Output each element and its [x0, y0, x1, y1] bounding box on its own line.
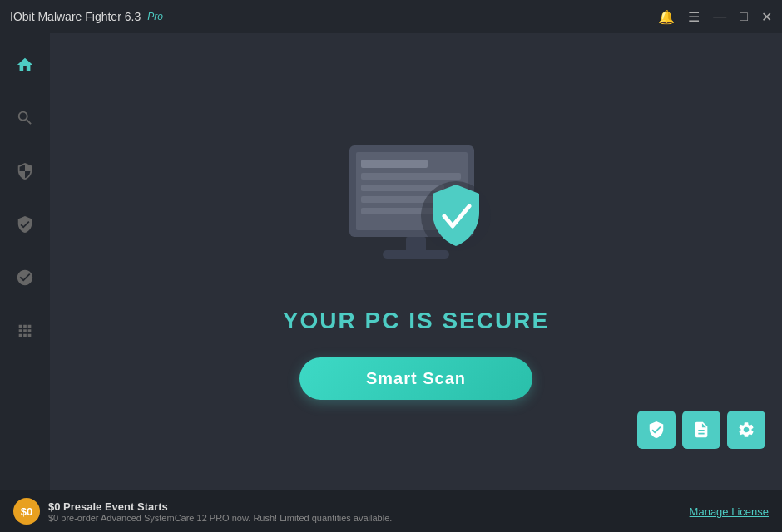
app-title: IObit Malware Fighter 6.3	[10, 10, 141, 23]
sidebar-item-home[interactable]	[10, 50, 40, 80]
footer-title: $0 Presale Event Starts	[48, 500, 392, 513]
title-bar-controls: 🔔 ☰ — □ ✕	[658, 9, 772, 25]
notification-icon[interactable]: 🔔	[658, 9, 675, 25]
menu-icon[interactable]: ☰	[688, 9, 700, 25]
report-button[interactable]	[682, 411, 720, 449]
sidebar-item-scan[interactable]	[10, 103, 40, 133]
sidebar-item-guard[interactable]	[10, 263, 40, 293]
svg-rect-3	[361, 173, 461, 180]
footer-left: $0 $0 Presale Event Starts $0 pre-order …	[13, 498, 392, 525]
monitor-illustration	[324, 133, 507, 283]
svg-rect-4	[361, 185, 444, 191]
app-body: YOUR PC IS SECURE Smart Scan	[0, 33, 782, 499]
footer-text-block: $0 Presale Event Starts $0 pre-order Adv…	[48, 500, 392, 523]
title-bar: IObit Malware Fighter 6.3 Pro 🔔 ☰ — □ ✕	[0, 0, 782, 33]
app-pro-label: Pro	[147, 11, 163, 22]
footer: $0 $0 Presale Event Starts $0 pre-order …	[0, 490, 782, 532]
footer-subtitle: $0 pre-order Advanced SystemCare 12 PRO …	[48, 513, 392, 523]
footer-right: Manage License	[690, 504, 769, 519]
title-bar-left: IObit Malware Fighter 6.3 Pro	[10, 10, 163, 23]
sidebar-item-tools[interactable]	[10, 316, 40, 346]
smart-scan-button[interactable]: Smart Scan	[299, 357, 532, 400]
bottom-icon-tray	[637, 411, 765, 449]
presale-coin: $0	[13, 498, 40, 525]
manage-license-link[interactable]: Manage License	[690, 505, 769, 518]
close-icon[interactable]: ✕	[761, 9, 772, 25]
svg-rect-7	[406, 237, 426, 252]
sidebar-item-privacy[interactable]	[10, 209, 40, 239]
boost-button[interactable]	[727, 411, 765, 449]
sidebar	[0, 33, 50, 499]
svg-rect-8	[383, 250, 449, 259]
main-content: YOUR PC IS SECURE Smart Scan	[50, 33, 782, 499]
sidebar-item-protection[interactable]	[10, 156, 40, 186]
minimize-icon[interactable]: —	[713, 9, 726, 24]
shield-protect-button[interactable]	[637, 411, 676, 449]
svg-rect-2	[361, 160, 428, 168]
maximize-icon[interactable]: □	[740, 9, 748, 24]
status-text: YOUR PC IS SECURE	[283, 308, 549, 334]
